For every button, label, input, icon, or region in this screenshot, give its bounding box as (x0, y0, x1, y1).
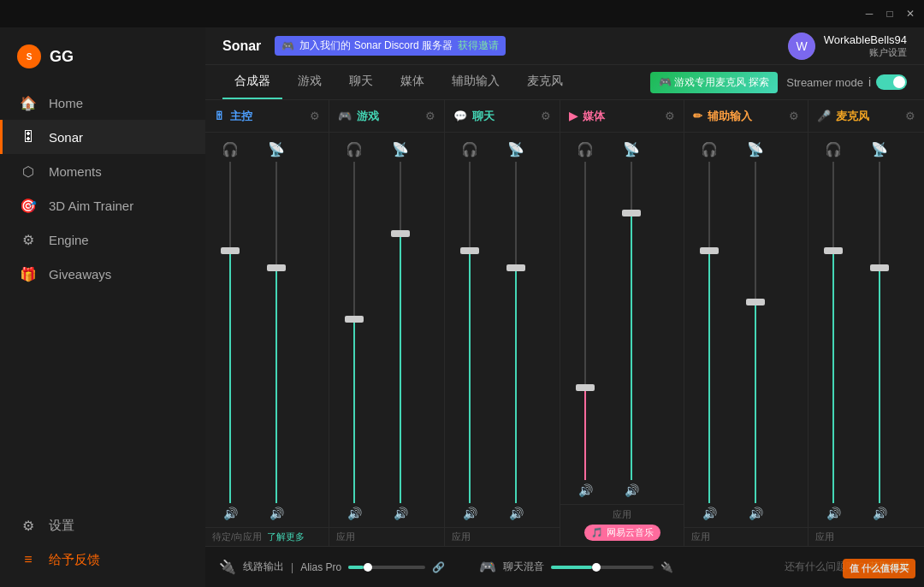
game-track-2: 📡 🔊 (379, 139, 422, 520)
sidebar-item-moments[interactable]: ⬡ Moments (0, 154, 205, 188)
volume-icon-mic1[interactable]: 🔊 (826, 507, 841, 520)
master-footer-text: 待定/向应用 (212, 531, 262, 543)
help-link[interactable]: 获取帮助 (869, 560, 910, 572)
discord-link[interactable]: 获得邀请 (458, 39, 499, 53)
tab-game[interactable]: 游戏 (286, 65, 334, 99)
fader-1[interactable] (215, 162, 246, 503)
volume-icon-m1[interactable]: 🔊 (578, 483, 593, 497)
discord-badge[interactable]: 🎮 加入我们的 Sonar Discord 服务器 获得邀请 (275, 36, 506, 56)
volume-icon-c2[interactable]: 🔊 (509, 507, 524, 520)
tab-chat[interactable]: 聊天 (337, 65, 385, 99)
chat-gear-icon[interactable]: ⚙ (541, 110, 551, 122)
fader-c2[interactable] (500, 162, 531, 503)
info-icon[interactable]: i (868, 75, 871, 89)
volume-icon-g2[interactable]: 🔊 (394, 507, 408, 520)
sidebar-item-giveaways[interactable]: 🎁 Giveaways (0, 257, 205, 291)
sidebar-item-engine[interactable]: ⚙ Engine (0, 222, 205, 257)
chat-slider-handle[interactable] (592, 563, 601, 572)
fader-mic2[interactable] (864, 162, 895, 503)
media-footer: 应用 🎵 网易云音乐 (560, 504, 684, 546)
fader-handle-2[interactable] (267, 264, 286, 271)
content-header: Sonar 🎮 加入我们的 Sonar Discord 服务器 获得邀请 W W… (205, 27, 924, 65)
fader-m1[interactable] (570, 162, 601, 480)
master-track-1: 🎧 🔊 (209, 139, 252, 520)
fader-g2[interactable] (385, 162, 416, 503)
fader-handle-g1[interactable] (345, 316, 364, 323)
fader-handle-mic2[interactable] (870, 264, 889, 271)
sidebar-item-feedback[interactable]: ≡ 给予反馈 (0, 543, 205, 577)
volume-icon-c1[interactable]: 🔊 (463, 507, 477, 520)
fader-2[interactable] (261, 162, 292, 503)
fader-handle-m1[interactable] (576, 384, 595, 391)
sidebar-item-3d-aim[interactable]: 🎯 3D Aim Trainer (0, 188, 205, 222)
master-footer: 待定/向应用 了解更多 (205, 527, 329, 546)
fader-mic1[interactable] (818, 162, 849, 503)
volume-icon-1[interactable]: 🔊 (223, 507, 238, 520)
media-footer-text: 应用 (613, 508, 631, 521)
sidebar-item-sonar[interactable]: 🎛 Sonar (0, 120, 205, 154)
col-title-mic: 🎤 麦克风 (817, 109, 869, 124)
maximize-button[interactable]: □ (883, 7, 897, 21)
fader-m2[interactable] (616, 162, 647, 480)
fader-handle-1[interactable] (221, 247, 240, 254)
fader-c1[interactable] (454, 162, 485, 503)
learn-more-link[interactable]: 了解更多 (267, 531, 305, 543)
tab-mic[interactable]: 麦克风 (515, 65, 575, 99)
mixer-header-game: 🎮 游戏 ⚙ (329, 100, 444, 133)
output-slider-handle[interactable] (364, 563, 372, 572)
volume-icon-m2[interactable]: 🔊 (625, 483, 639, 497)
fader-fill-m2 (631, 210, 632, 480)
fader-handle-a2[interactable] (746, 299, 765, 305)
aux-track-1: 🎧 🔊 (688, 139, 731, 520)
volume-icon-a1[interactable]: 🔊 (702, 507, 717, 520)
aux-gear-icon[interactable]: ⚙ (789, 110, 799, 122)
fader-a2[interactable] (740, 162, 771, 503)
chat-label: 聊天混音 (503, 560, 544, 574)
mixer-header-mic: 🎤 麦克风 ⚙ (808, 100, 924, 133)
volume-icon-2[interactable]: 🔊 (270, 507, 284, 520)
output-label-text: 线路输出 (243, 560, 284, 574)
streamer-mode-toggle[interactable] (876, 74, 907, 90)
fader-fill-m1 (584, 384, 586, 480)
fader-a1[interactable] (694, 162, 725, 503)
tab-media[interactable]: 媒体 (388, 65, 436, 99)
help-text-label: 还有什么问题吗？ (785, 560, 867, 572)
master-gear-icon[interactable]: ⚙ (310, 110, 320, 122)
volume-icon-g1[interactable]: 🔊 (347, 507, 362, 520)
volume-icon-mic2[interactable]: 🔊 (873, 507, 887, 520)
mic-col-label: 麦克风 (836, 109, 869, 124)
user-action-link[interactable]: 账户设置 (824, 46, 907, 59)
mic-gear-icon[interactable]: ⚙ (905, 110, 915, 122)
chat-track-1: 🎧 🔊 (448, 139, 491, 520)
fader-fill-2 (275, 264, 277, 503)
headphone-icon-a1: 🎧 (701, 139, 718, 158)
minimize-button[interactable]: ─ (862, 7, 876, 21)
fader-handle-mic1[interactable] (824, 247, 843, 254)
tab-mixer[interactable]: 合成器 (222, 65, 282, 99)
fader-g1[interactable] (339, 162, 370, 503)
tab-aux[interactable]: 辅助输入 (440, 65, 512, 99)
game-mic-button[interactable]: 🎮 游戏专用麦克风 探索 (650, 72, 779, 93)
sidebar-item-settings[interactable]: ⚙ 设置 (0, 508, 205, 543)
output-slider[interactable] (348, 566, 425, 569)
game-gear-icon[interactable]: ⚙ (425, 110, 435, 122)
fader-handle-c1[interactable] (460, 247, 479, 254)
close-button[interactable]: ✕ (903, 7, 917, 21)
sidebar-item-3d-aim-label: 3D Aim Trainer (49, 199, 133, 213)
chat-section: 🎮 聊天混音 🔌 (479, 559, 673, 575)
media-gear-icon[interactable]: ⚙ (665, 110, 675, 122)
mic-footer-text: 应用 (815, 531, 834, 543)
fader-fill-g2 (400, 230, 401, 503)
fader-handle-a1[interactable] (700, 247, 719, 254)
sidebar-item-home[interactable]: 🏠 Home (0, 86, 205, 120)
mic-tracks: 🎧 🔊 📡 (808, 133, 924, 527)
fader-handle-c2[interactable] (506, 264, 525, 271)
chat-slider[interactable] (551, 566, 654, 569)
game-footer-text: 应用 (336, 531, 355, 543)
headphone-icon-mic1: 🎧 (825, 139, 842, 158)
fader-handle-g2[interactable] (391, 230, 410, 237)
fader-handle-m2[interactable] (622, 210, 641, 216)
chat-footer-text: 应用 (452, 531, 471, 543)
volume-icon-a2[interactable]: 🔊 (749, 507, 763, 520)
fader-fill-mic2 (879, 264, 880, 503)
